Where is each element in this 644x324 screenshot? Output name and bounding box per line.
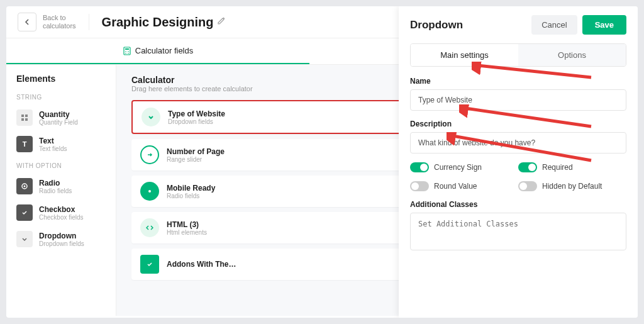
dropdown-icon [16,231,33,247]
additional-classes-input[interactable] [410,213,626,250]
name-label: Name [410,77,626,86]
check-icon [140,255,159,274]
text-icon: T [16,136,33,152]
switch-icon [518,181,537,191]
svg-rect-3 [125,48,129,50]
svg-rect-13 [25,115,28,117]
tab-calculator-fields[interactable]: Calculator fields [6,38,309,64]
svg-point-4 [125,51,126,52]
group-option: WITH OPTION [6,157,116,173]
svg-rect-2 [124,47,130,55]
additional-classes-label: Additional Classes [410,200,626,209]
code-icon [140,218,159,237]
panel-title: Dropdown [410,19,463,31]
group-string: STRING [6,89,116,104]
elements-heading: Elements [6,65,116,89]
svg-rect-14 [21,118,24,121]
panel-tabs: Main settings Options [410,43,626,67]
svg-rect-15 [25,118,28,121]
save-button[interactable]: Save [582,15,626,35]
toggle-required[interactable]: Required [518,162,626,172]
arrow-right-icon [140,145,159,164]
element-radio[interactable]: RadioRadio fields [6,173,116,199]
panel-header: Dropdown Cancel Save [410,15,626,35]
toggle-group: Currency Sign Required Round Value Hidde… [410,162,626,191]
svg-point-17 [24,186,26,187]
quantity-icon [16,109,33,126]
description-input[interactable] [410,132,626,154]
radio-dot-icon [140,182,159,201]
svg-point-7 [128,53,129,54]
element-checkbox[interactable]: CheckboxCheckbox fields [6,199,116,226]
calculator-icon [123,47,131,55]
svg-point-18 [148,190,151,193]
toggle-hidden-default[interactable]: Hidden by Default [518,181,626,191]
chevron-left-icon [24,19,30,25]
chevron-down-icon [142,108,160,126]
back-label: Back tocalculators [43,14,89,30]
svg-point-6 [125,53,126,54]
svg-point-5 [128,51,129,52]
radio-icon [16,178,33,194]
description-label: Description [410,120,626,128]
element-dropdown[interactable]: DropdownDropdown fields [6,226,116,252]
back-button[interactable] [18,13,36,31]
name-input[interactable] [410,89,626,111]
edit-title-icon[interactable] [217,16,226,28]
switch-icon [410,181,429,191]
checkbox-icon [16,204,33,221]
toggle-currency-sign[interactable]: Currency Sign [410,162,518,172]
element-text[interactable]: T TextText fields [6,131,116,157]
page-title: Graphic Designing [102,15,214,30]
app-frame: Back tocalculators Graphic Designing Sho… [6,6,638,318]
toggle-round-value[interactable]: Round Value [410,181,518,191]
switch-icon [410,162,429,172]
switch-icon [518,162,537,172]
tab-options[interactable]: Options [518,44,626,66]
cancel-button[interactable]: Cancel [531,15,577,35]
element-quantity[interactable]: QuantityQuantity Field [6,104,116,131]
settings-panel: Dropdown Cancel Save Main settings Optio… [399,6,638,318]
elements-sidebar: Elements STRING QuantityQuantity Field T… [6,65,116,316]
svg-rect-12 [21,115,24,117]
tab-main-settings[interactable]: Main settings [411,44,518,66]
